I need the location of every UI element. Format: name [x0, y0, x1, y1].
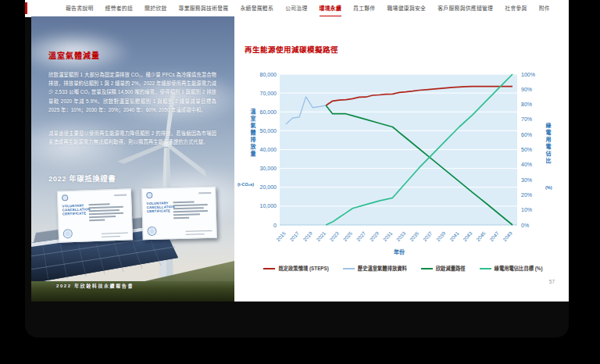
y-tick-right: 70%	[521, 116, 532, 122]
x-tick: 2039	[435, 230, 447, 242]
y-axis-label-right: 綠電用電佔比	[544, 123, 552, 165]
y-tick-right: 10%	[521, 207, 532, 212]
nav-tab-12[interactable]: 附件	[539, 0, 550, 16]
legend-swatch	[343, 268, 355, 269]
x-tick: 2033	[395, 230, 407, 242]
x-tick: 2019	[302, 230, 313, 242]
left-photo-page: 溫室氣體減量 欣銓溫室類別 1 大部分為固定源排放 CO₂，極少量 PFCs 為…	[31, 16, 234, 302]
legend-item-3: 欣銓減量路徑	[421, 265, 466, 272]
nav-tab-7[interactable]: 環境永續	[320, 0, 341, 17]
line-chart: 010,00020,00030,00040,00050,00060,00070,…	[234, 62, 569, 257]
certificate-logo-icon	[62, 194, 68, 201]
nav-tab-9[interactable]: 職場健康與安全	[388, 0, 427, 16]
nav-tab-1[interactable]: 報告書說明	[66, 0, 93, 16]
y-tick-left: 20,000	[260, 184, 277, 190]
nav-tab-5[interactable]: 永續發展體系	[240, 0, 273, 16]
legend-item-2: 歷史溫室氣體排放資料	[343, 265, 407, 272]
chart-area: 010,00020,00030,00040,00050,00060,00070,…	[234, 62, 569, 257]
y-tick-right: 60%	[521, 132, 532, 137]
nav-tab-2[interactable]: 經營者的話	[105, 0, 133, 16]
nav-tab-4[interactable]: 專業服務與技術發展	[179, 0, 229, 16]
report-footer-caption: 2022 年欣銓科技永續報告書	[56, 282, 134, 289]
y-tick-right: 90%	[521, 87, 532, 92]
y-axis-label-left: 溫室氣體排放量	[248, 109, 256, 158]
y-tick-left: 40,000	[260, 147, 277, 152]
x-tick: 2025	[341, 230, 353, 242]
y-tick-left: 70,000	[260, 91, 277, 96]
x-tick: 2047	[488, 230, 500, 242]
y-tick-right: 80%	[521, 102, 532, 107]
right-chart-page: 再生能源使用減碳模擬路徑 010,00020,00030,00040,00050…	[234, 16, 569, 302]
y-tick-left: 0	[273, 223, 277, 228]
x-tick: 2037	[422, 230, 434, 242]
x-axis-label: 年份	[284, 248, 514, 255]
certificate-logo-icon	[146, 192, 152, 198]
certificate-serial	[198, 192, 211, 194]
legend-label: 既定政策情境 (STEPS)	[278, 265, 328, 272]
certificate-seal	[63, 229, 73, 238]
y-tick-left: 80,000	[260, 72, 277, 77]
certificate-serial	[114, 194, 127, 197]
x-tick: 2017	[288, 230, 300, 242]
y-tick-right: 0%	[521, 223, 529, 228]
y-tick-left: 10,000	[260, 203, 277, 209]
y-axis-unit-left: (t-CO₂e)	[238, 182, 254, 187]
certificates-row: VOLUNTARY CANCELLATION CERTIFICATE	[58, 190, 216, 241]
x-tick: 2023	[328, 230, 340, 242]
nav-tab-8[interactable]: 員工夥伴	[353, 0, 375, 16]
x-tick: 2031	[382, 230, 394, 242]
x-tick: 2029	[369, 230, 380, 242]
x-tick: 2043	[462, 230, 473, 242]
desktop-backdrop: 報告書說明經營者的話關於欣銓專業服務與技術發展永續發展體系公司治理環境永續員工夥…	[0, 0, 600, 364]
nav-tab-10[interactable]: 客戶服務與供應鏈管理	[438, 0, 493, 16]
certificate-signature	[102, 232, 128, 237]
x-tick: 2021	[315, 230, 327, 242]
certificate-text-lines	[88, 202, 127, 221]
legend-label: 欣銓減量路徑	[436, 265, 466, 272]
logo-accent	[25, 2, 27, 14]
y-tick-right: 30%	[521, 177, 532, 183]
y-tick-left: 50,000	[260, 128, 277, 134]
carbon-offset-certificate: VOLUNTARY CANCELLATION CERTIFICATE	[141, 187, 217, 240]
certificate-text-lines	[173, 200, 212, 219]
y-tick-right: 50%	[521, 147, 532, 152]
top-navbar: 報告書說明經營者的話關於欣銓專業服務與技術發展永續發展體系公司治理環境永續員工夥…	[25, 0, 569, 17]
y-tick-right: 20%	[521, 192, 532, 198]
photo-text-overlay: 溫室氣體減量 欣銓溫室類別 1 大部分為固定源排放 CO₂，極少量 PFCs 為…	[31, 16, 234, 302]
section-title: 溫室氣體減量	[48, 49, 100, 61]
legend-label: 綠電用電佔比目標 (%)	[495, 265, 543, 272]
y-tick-left: 30,000	[260, 166, 277, 171]
x-tick: 2015	[275, 230, 287, 242]
body-paragraph: 欣銓溫室類別 1 大部分為固定源排放 CO₂，極少量 PFCs 為冷媒填充混合物…	[48, 70, 216, 114]
legend-swatch	[263, 268, 275, 269]
y-axis-unit-right: (%)	[545, 185, 552, 190]
y-tick-left: 60,000	[260, 109, 277, 115]
nav-tab-3[interactable]: 關於欣銓	[145, 0, 166, 16]
nav-tab-6[interactable]: 公司治理	[285, 0, 307, 16]
nav-tab-11[interactable]: 社會參與	[505, 0, 527, 16]
x-tick: 2049	[502, 230, 513, 242]
page-number: 57	[549, 279, 555, 284]
certificate-signature	[186, 230, 212, 235]
y-tick-right: 100%	[521, 72, 535, 77]
page-spread: 溫室氣體減量 欣銓溫室類別 1 大部分為固定源排放 CO₂，極少量 PFCs 為…	[31, 16, 569, 302]
nav-tabs: 報告書說明經營者的話關於欣銓專業服務與技術發展永續發展體系公司治理環境永續員工夥…	[66, 0, 550, 16]
y-tick-right: 40%	[521, 162, 532, 167]
legend-swatch	[421, 268, 433, 269]
legend-label: 歷史溫室氣體排放資料	[358, 265, 407, 272]
x-tick: 2045	[475, 230, 487, 242]
certificate-title: VOLUNTARY CANCELLATION CERTIFICATE	[62, 203, 86, 222]
carbon-offset-certificate: VOLUNTARY CANCELLATION CERTIFICATE	[57, 188, 133, 242]
legend-item-4: 綠電用電佔比目標 (%)	[480, 265, 543, 272]
legend-swatch	[480, 268, 491, 269]
chart-legend: 既定政策情境 (STEPS)歷史溫室氣體排放資料欣銓減量路徑綠電用電佔比目標 (…	[245, 265, 561, 272]
body-paragraph: 減量途徑主要是以使用再生能源電力降低類別 2 的排放。若後續因為市場因素造成再生…	[48, 129, 216, 146]
certificate-title: VOLUNTARY CANCELLATION CERTIFICATE	[147, 201, 171, 219]
x-tick: 2035	[409, 230, 420, 242]
chart-title: 再生能源使用減碳模擬路徑	[245, 44, 338, 55]
x-tick: 2027	[355, 230, 367, 242]
report-window: 報告書說明經營者的話關於欣銓專業服務與技術發展永續發展體系公司治理環境永續員工夥…	[25, 0, 569, 337]
certificate-seal	[147, 227, 156, 236]
x-tick: 2041	[448, 230, 460, 242]
legend-item-1: 既定政策情境 (STEPS)	[263, 265, 328, 272]
